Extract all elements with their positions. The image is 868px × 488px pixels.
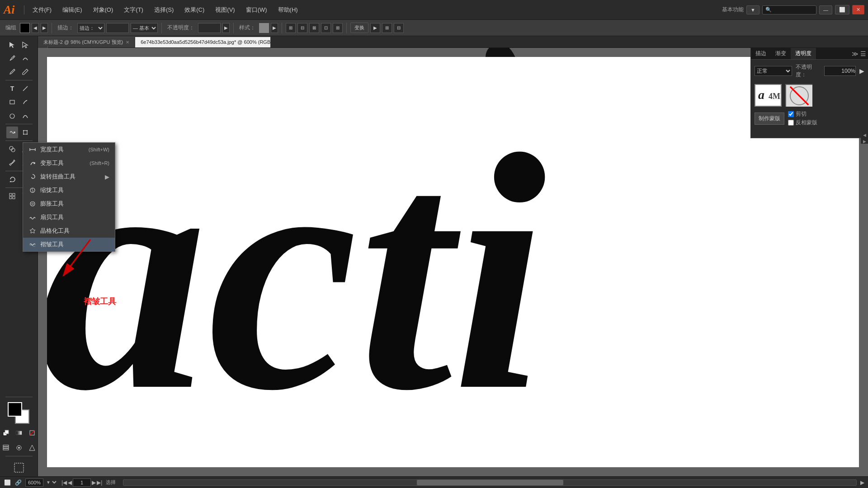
artboard-tool[interactable]: [6, 190, 18, 202]
tab-0[interactable]: 未标题-2 @ 98% (CMYK/GPU 预览) ✕: [38, 37, 135, 47]
pen-tool[interactable]: [6, 52, 18, 64]
recolor-btn[interactable]: [13, 442, 25, 454]
pencil2-tool[interactable]: [19, 96, 31, 108]
scrollbar-thumb[interactable]: [417, 480, 563, 485]
pencil-tool[interactable]: [19, 66, 31, 78]
style-next[interactable]: ▶: [271, 23, 278, 33]
menu-object[interactable]: 对象(O): [89, 4, 118, 16]
twirl-tool-item[interactable]: 旋转扭曲工具 ▶: [23, 170, 115, 183]
align-btn5[interactable]: ⊞: [333, 23, 343, 33]
clip-checkbox[interactable]: [788, 111, 794, 117]
stroke-color-prev[interactable]: ◀: [32, 23, 39, 33]
opacity-play[interactable]: ▶: [222, 23, 230, 33]
opacity-arrow[interactable]: ▶: [859, 67, 864, 75]
invert-checkbox[interactable]: [788, 120, 794, 126]
width-tool-item[interactable]: 宽度工具 (Shift+W): [23, 143, 115, 156]
foreground-color[interactable]: [8, 402, 22, 417]
tab-1[interactable]: 6e74b33e53d0aa5d5256b47d49dc53a.jpg* @ 6…: [135, 37, 271, 47]
transform-btn3[interactable]: ⊟: [394, 23, 404, 33]
tab-0-close[interactable]: ✕: [126, 40, 129, 45]
transform-expand[interactable]: ▶: [370, 23, 380, 33]
mask-thumbnail[interactable]: [785, 84, 812, 107]
page-prev-btn[interactable]: ◀: [68, 479, 72, 486]
none-fill-btn[interactable]: [26, 427, 38, 439]
panel-menu-btn[interactable]: ☰: [860, 50, 866, 57]
stroke-label: 描边：: [56, 24, 75, 32]
page-next-btn[interactable]: ▶: [92, 479, 96, 486]
opacity-value-input[interactable]: [824, 66, 856, 76]
panel-expand-btn[interactable]: ≫: [852, 50, 859, 57]
free-transform-tool[interactable]: [19, 127, 31, 138]
layers-btn[interactable]: [0, 442, 12, 454]
image-thumbnail[interactable]: a 4M: [755, 84, 782, 107]
line-tool[interactable]: [19, 83, 31, 94]
direct-select-tool[interactable]: [19, 39, 31, 51]
paintbrush-tool[interactable]: [6, 66, 18, 78]
fill-stroke-btn[interactable]: [0, 427, 12, 439]
shape-builder-tool[interactable]: [6, 143, 18, 155]
make-mask-btn[interactable]: 制作蒙版: [755, 113, 784, 125]
stroke-width-input[interactable]: [106, 23, 129, 33]
svg-point-99: [30, 202, 35, 206]
curvature-tool[interactable]: [19, 52, 31, 64]
opacity-input[interactable]: 100%: [198, 23, 221, 33]
stroke-color-box[interactable]: [20, 23, 30, 33]
transform-btn2[interactable]: ⊞: [382, 23, 392, 33]
smooth-tool[interactable]: [19, 110, 31, 122]
page-last-btn[interactable]: ▶|: [97, 479, 102, 486]
align-btn4[interactable]: ⊡: [321, 23, 331, 33]
close-btn[interactable]: ✕: [852, 5, 864, 14]
page-first-btn[interactable]: |◀: [61, 479, 67, 486]
rp-icon-1[interactable]: ◀: [863, 133, 866, 137]
align-btn1[interactable]: ⊞: [286, 23, 296, 33]
rotate-tool[interactable]: [6, 174, 18, 185]
warp-tool-btn[interactable]: [6, 127, 18, 138]
scallop-tool-item[interactable]: 扇贝工具: [23, 211, 115, 224]
menu-view[interactable]: 视图(V): [211, 4, 239, 16]
type-tool[interactable]: T: [6, 83, 18, 94]
minimize-btn[interactable]: —: [819, 5, 832, 14]
align-btn2[interactable]: ⊟: [297, 23, 307, 33]
tab-transparency[interactable]: 透明度: [791, 48, 816, 59]
menu-select[interactable]: 选择(S): [150, 4, 178, 16]
tab-stroke[interactable]: 描边: [751, 48, 771, 59]
search-box[interactable]: 🔍: [762, 5, 816, 14]
stroke-type-select[interactable]: 描边：: [77, 23, 104, 33]
blob-brush-tool[interactable]: [6, 110, 18, 122]
warp-tool-item[interactable]: 变形工具 (Shift+R): [23, 156, 115, 170]
zoom-select[interactable]: ▼: [44, 479, 58, 485]
canvas-document: acti acti: [47, 57, 859, 467]
gradient-fill-btn[interactable]: [13, 427, 25, 439]
align-btn3[interactable]: ⊠: [309, 23, 319, 33]
workspace-btn[interactable]: ▼: [746, 5, 760, 14]
horizontal-scrollbar[interactable]: [123, 479, 857, 486]
select-tool[interactable]: [6, 39, 18, 51]
menu-text[interactable]: 文字(T): [119, 4, 148, 16]
rp-icon-2[interactable]: ▶: [863, 139, 866, 144]
svg-rect-59: [10, 100, 14, 104]
pucker-tool-item[interactable]: 缩拢工具: [23, 183, 115, 197]
zoom-input[interactable]: [25, 479, 43, 487]
symbols-btn[interactable]: [26, 442, 38, 454]
blend-mode-select[interactable]: 正常: [755, 66, 792, 76]
bloat-tool-item[interactable]: 膨胀工具: [23, 197, 115, 211]
menu-file[interactable]: 文件(F): [28, 4, 57, 16]
svg-line-58: [23, 86, 28, 91]
menu-help[interactable]: 帮助(H): [274, 4, 302, 16]
eyedropper-tool[interactable]: [6, 157, 18, 169]
tab-gradient[interactable]: 渐变: [771, 48, 791, 59]
page-num-input[interactable]: [73, 479, 91, 487]
style-color-box[interactable]: [259, 23, 269, 33]
menu-window[interactable]: 窗口(W): [241, 4, 272, 16]
maximize-btn[interactable]: ⬜: [835, 5, 849, 14]
scroll-right-btn[interactable]: ▶: [860, 479, 864, 486]
menu-effect[interactable]: 效果(C): [180, 4, 209, 16]
svg-marker-101: [30, 228, 35, 233]
stroke-color-next[interactable]: ▶: [41, 23, 48, 33]
stroke-style-select[interactable]: — 基本: [131, 23, 158, 33]
rect-tool[interactable]: [6, 96, 18, 108]
transform-btn[interactable]: 变换: [350, 23, 368, 33]
tab-0-label: 未标题-2 @ 98% (CMYK/GPU 预览): [43, 39, 123, 46]
draw-inside-btn[interactable]: [11, 460, 27, 476]
menu-edit[interactable]: 编辑(E): [58, 4, 86, 16]
